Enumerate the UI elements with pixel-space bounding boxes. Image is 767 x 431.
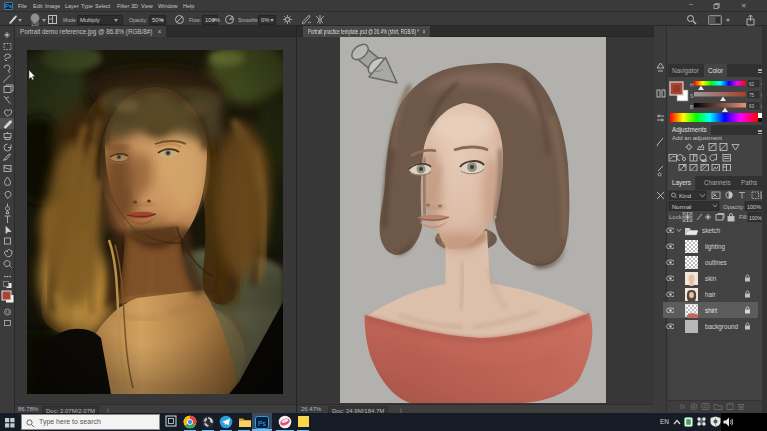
svg-text:Normal: Normal [672, 204, 691, 210]
svg-text:Fill:: Fill: [739, 214, 749, 220]
svg-text:Opacity:: Opacity: [723, 204, 745, 210]
svg-text:Kind: Kind [679, 193, 691, 199]
svg-text:100%: 100% [747, 204, 761, 210]
svg-text:Lock:: Lock: [669, 214, 684, 220]
svg-text:100%: 100% [749, 215, 762, 221]
svg-text:Ps: Ps [258, 419, 267, 426]
svg-text:B: B [690, 104, 694, 110]
svg-text:62: 62 [749, 82, 755, 87]
svg-text:fx: fx [680, 403, 686, 410]
svg-text:S: S [690, 93, 694, 99]
svg-text:H: H [690, 82, 694, 88]
svg-text:63: 63 [749, 104, 755, 109]
svg-text:75: 75 [749, 93, 755, 98]
